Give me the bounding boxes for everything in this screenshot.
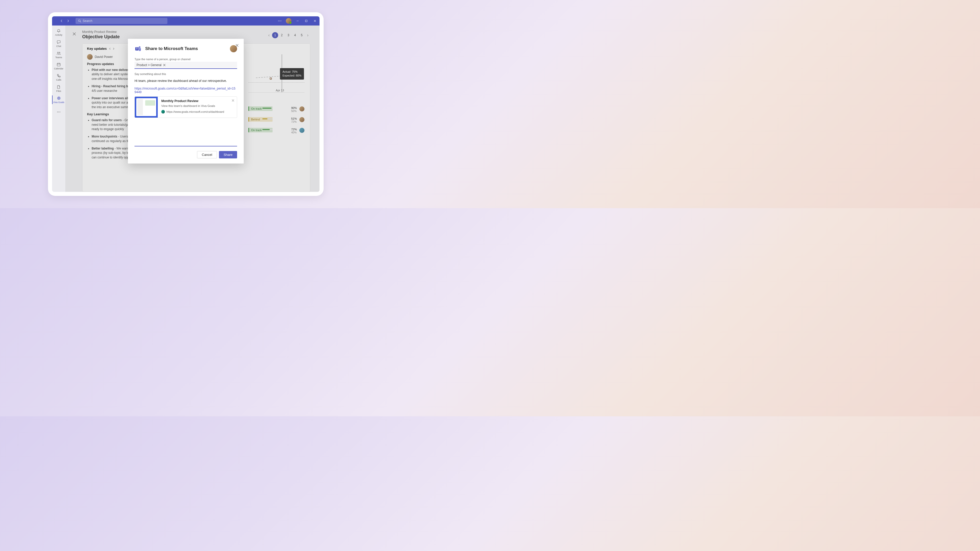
close-panel-button[interactable]: [73, 32, 76, 36]
maximize-button[interactable]: [304, 18, 309, 24]
preview-title: Monthly Product Review: [161, 99, 233, 103]
sidebar-item-label: Teams: [56, 56, 62, 59]
sidebar-item-label: Calls: [56, 79, 61, 81]
svg-point-0: [79, 20, 80, 22]
ellipsis-icon: [56, 110, 61, 114]
goal-sub-pct: 72%: [291, 120, 297, 123]
sidebar-item-teams[interactable]: Teams: [52, 49, 65, 60]
link-preview-card: Monthly Product Review View this team's …: [135, 97, 237, 118]
sidebar-item-label: Viva Goals: [53, 101, 64, 103]
recipient-chip: Product > General: [137, 63, 162, 67]
svg-point-10: [59, 98, 59, 98]
chat-icon: [56, 40, 61, 44]
section-prev-button[interactable]: [109, 48, 111, 50]
recipient-field-label: Type the name of a person, group or chan…: [135, 58, 237, 61]
status-badge: Behind: [248, 117, 272, 122]
goal-row[interactable]: Behind 51% 72%: [248, 117, 304, 123]
progress-bar: [262, 108, 272, 109]
modal-close-button[interactable]: [235, 44, 239, 47]
svg-point-13: [60, 112, 60, 112]
pagination: ‹ 1 2 3 4 5 ›: [266, 32, 310, 38]
remove-preview-button[interactable]: [232, 99, 234, 102]
tooltip-actual: Actual: 75%: [283, 70, 301, 74]
sidebar-item-label: Files: [56, 90, 61, 92]
bell-icon: [56, 29, 61, 33]
goal-sub-pct: 50%: [291, 110, 297, 113]
viva-goals-icon: [56, 96, 61, 100]
sidebar-item-calendar[interactable]: Calendar: [52, 61, 65, 71]
page-3-button[interactable]: 3: [285, 32, 291, 38]
preview-url: https://www.goals.microsoft.com/cs/dashb…: [166, 110, 224, 113]
progress-bar: [262, 118, 272, 119]
sidebar-item-activity[interactable]: Activity: [52, 27, 65, 38]
sidebar-item-label: Calendar: [54, 67, 64, 70]
more-button[interactable]: [277, 18, 282, 24]
sidebar-item-more[interactable]: [52, 106, 65, 118]
owner-avatar: [299, 117, 304, 122]
section-next-button[interactable]: [112, 48, 115, 50]
sidebar-item-label: Chat: [56, 45, 61, 48]
nav-forward-button[interactable]: [65, 17, 72, 24]
chart-tooltip: Actual: 75% Expected: 80%: [280, 68, 304, 79]
author-name: David Power: [95, 55, 113, 59]
recipient-input[interactable]: Product > General: [135, 62, 237, 69]
modal-title: Share to Microsoft Teams: [145, 46, 198, 51]
teams-logo-icon: T: [135, 45, 142, 52]
cancel-button[interactable]: Cancel: [197, 151, 217, 159]
calendar-icon: [56, 62, 61, 67]
author-avatar: [87, 54, 93, 60]
app-window: Activity Chat Teams Calendar Calls: [52, 16, 320, 192]
titlebar: [52, 16, 320, 25]
goal-row[interactable]: On track 72% 40%: [248, 128, 304, 134]
search-box[interactable]: [76, 18, 167, 24]
page-next-button[interactable]: ›: [305, 33, 310, 38]
progress-chart: Actual: 75% Expected: 80% Apr 13: [248, 54, 304, 93]
svg-point-3: [281, 21, 282, 21]
close-window-button[interactable]: [312, 18, 318, 24]
progress-bar: [262, 129, 272, 130]
minimize-button[interactable]: [295, 18, 300, 24]
sidebar-item-viva-goals[interactable]: Viva Goals: [52, 94, 65, 105]
owner-avatar: [299, 128, 304, 133]
page-1-button[interactable]: 1: [272, 32, 278, 38]
sidebar: Activity Chat Teams Calendar Calls: [52, 25, 65, 192]
remove-chip-button[interactable]: [163, 64, 165, 66]
phone-icon: [56, 73, 61, 78]
page-2-button[interactable]: 2: [279, 32, 285, 38]
svg-rect-4: [305, 20, 307, 22]
card-section-title: Key updates: [87, 47, 107, 51]
message-field-label: Say something about this: [135, 73, 237, 76]
page-4-button[interactable]: 4: [292, 32, 298, 38]
message-textarea[interactable]: Hi team, please review the dashboard ahe…: [135, 76, 237, 146]
share-button[interactable]: Share: [219, 151, 237, 159]
status-badge: On track: [248, 106, 272, 111]
page-5-button[interactable]: 5: [299, 32, 305, 38]
sidebar-item-files[interactable]: Files: [52, 83, 65, 94]
goal-row[interactable]: On track 90% 50%: [248, 106, 304, 113]
tooltip-expected: Expected: 80%: [283, 74, 301, 78]
message-link[interactable]: https://microsoft.goals.com/cs=0&flatLis…: [135, 87, 237, 94]
teams-icon: [56, 51, 61, 56]
svg-point-5: [57, 52, 59, 53]
owner-avatar: [299, 106, 304, 111]
sidebar-item-chat[interactable]: Chat: [52, 38, 65, 49]
nav-back-button[interactable]: [58, 17, 65, 24]
share-modal: T Share to Microsoft Teams Type the name…: [128, 39, 244, 164]
sidebar-item-label: Activity: [55, 34, 62, 36]
svg-point-2: [280, 21, 280, 21]
file-icon: [56, 85, 61, 89]
preview-description: View this team's dashboard in Viva Goals: [161, 104, 233, 107]
page-prev-button[interactable]: ‹: [266, 33, 272, 38]
message-text: Hi team, please review the dashboard ahe…: [135, 79, 237, 83]
profile-avatar[interactable]: [286, 18, 291, 24]
goal-main-pct: 72%: [291, 128, 297, 131]
chart-x-label: Apr 13: [276, 89, 284, 92]
svg-point-1: [278, 21, 279, 21]
viva-icon: [161, 110, 165, 114]
search-input[interactable]: [83, 19, 165, 23]
goal-sub-pct: 40%: [291, 131, 297, 134]
svg-point-11: [57, 112, 58, 112]
goal-main-pct: 51%: [291, 117, 297, 120]
sidebar-item-calls[interactable]: Calls: [52, 72, 65, 83]
preview-thumbnail: [135, 97, 158, 118]
